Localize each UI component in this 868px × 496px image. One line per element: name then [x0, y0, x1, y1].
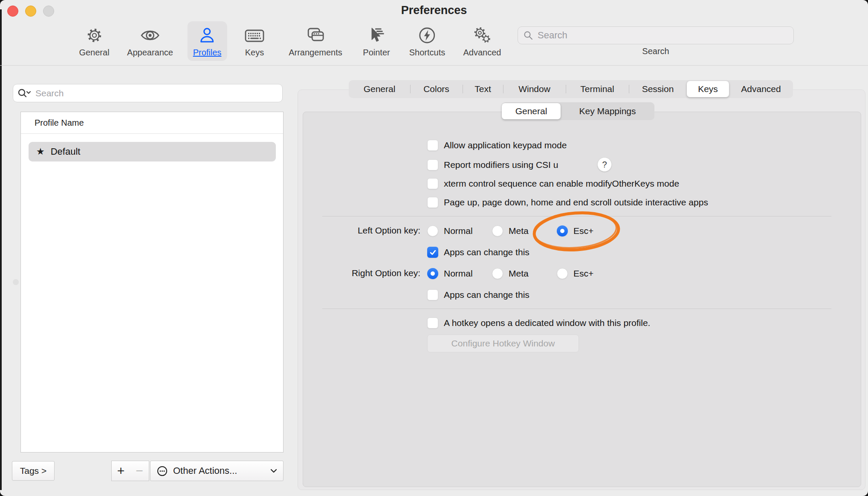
tab-advanced[interactable]: Advanced: [729, 80, 793, 98]
pane-splitter-handle[interactable]: [13, 279, 19, 285]
radio-label: Esc+: [573, 226, 593, 236]
tab-general[interactable]: General: [349, 80, 410, 98]
toolbar-label: Shortcuts: [409, 48, 445, 58]
toolbar-item-appearance[interactable]: Appearance: [122, 21, 179, 61]
toolbar-label: General: [79, 48, 109, 58]
tab-label: Colors: [423, 84, 449, 94]
search-icon: [523, 30, 533, 40]
toolbar-item-pointer[interactable]: Pointer: [357, 21, 395, 61]
checkbox-row-csi-u: Report modifiers using CSI u: [427, 159, 558, 170]
remove-profile-button[interactable]: −: [130, 461, 149, 481]
radio-button[interactable]: [492, 268, 503, 279]
toolbar-search-caption: Search: [518, 46, 794, 56]
tab-colors[interactable]: Colors: [410, 80, 463, 98]
tab-window[interactable]: Window: [503, 80, 566, 98]
radio-button[interactable]: [492, 225, 503, 236]
left-option-key-label: Left Option key:: [314, 225, 420, 236]
add-profile-button[interactable]: +: [111, 461, 130, 481]
tab-text[interactable]: Text: [463, 80, 503, 98]
toolbar-item-keys[interactable]: Keys: [237, 21, 272, 61]
tab-label: Window: [518, 84, 550, 94]
tags-button[interactable]: Tags >: [12, 461, 55, 481]
checkbox-label: Report modifiers using CSI u: [444, 160, 558, 170]
checkbox-label: Page up, page down, home and end scroll …: [444, 197, 708, 208]
search-menu-icon: [17, 88, 31, 99]
profile-search-input[interactable]: [35, 88, 278, 99]
tab-label: General: [364, 84, 396, 94]
toolbar-item-general[interactable]: General: [73, 21, 115, 61]
toolbar-label: Keys: [245, 48, 264, 58]
profile-list: Profile Name ★ Default: [20, 112, 284, 453]
radio-left-esc: Esc+: [557, 225, 593, 236]
radio-label: Meta: [509, 268, 529, 279]
tab-label: Text: [475, 84, 491, 94]
tab-keys[interactable]: Keys: [687, 81, 729, 97]
profile-name: Default: [51, 146, 81, 157]
profile-row-default[interactable]: ★ Default: [29, 142, 276, 161]
subtab-general[interactable]: General: [502, 103, 561, 119]
tab-terminal[interactable]: Terminal: [566, 80, 629, 98]
checkbox-label: xterm control sequence can enable modify…: [444, 179, 679, 189]
minus-icon: −: [136, 464, 143, 478]
tab-session[interactable]: Session: [629, 80, 687, 98]
checkbox-row-apps-change-right: Apps can change this: [427, 289, 529, 300]
checkbox-label: Apps can change this: [444, 290, 529, 300]
titlebar: Preferences: [0, 0, 868, 21]
checkbox-hotkey-window[interactable]: [427, 317, 438, 329]
subtab-key-mappings[interactable]: Key Mappings: [561, 102, 654, 120]
radio-button-selected[interactable]: [427, 268, 438, 279]
checkbox-label: A hotkey opens a dedicated window with t…: [444, 318, 650, 328]
toolbar-divider: [0, 65, 868, 66]
checkbox-page-scroll[interactable]: [427, 197, 438, 208]
window-left-edge: [0, 9, 2, 490]
other-actions-dropdown[interactable]: Other Actions...: [150, 461, 284, 481]
toolbar-label: Appearance: [127, 48, 173, 58]
star-icon: ★: [36, 146, 45, 157]
profile-tab-bar: General Colors Text Window Terminal Sess…: [349, 80, 793, 98]
keys-general-groupbox: Allow application keypad mode Report mod…: [303, 112, 861, 487]
toolbar-label: Arrangements: [289, 48, 342, 58]
checkbox-row-hotkey: A hotkey opens a dedicated window with t…: [427, 317, 650, 329]
toolbar-label: Advanced: [463, 48, 501, 58]
keyboard-icon: [243, 24, 266, 46]
other-actions-label: Other Actions...: [173, 465, 237, 476]
gears-icon: [471, 24, 493, 46]
eye-icon: [139, 24, 161, 46]
checkbox-allow-keypad[interactable]: [427, 140, 438, 151]
right-option-key-label: Right Option key:: [314, 268, 420, 278]
bolt-icon: [418, 24, 437, 46]
checkbox-apps-change-left[interactable]: [427, 247, 438, 258]
chevron-down-icon: [270, 469, 277, 473]
tab-label: Keys: [698, 84, 718, 94]
toolbar-search-field[interactable]: [518, 26, 794, 44]
plus-icon: +: [117, 464, 125, 478]
checkbox-apps-change-right[interactable]: [427, 289, 438, 300]
toolbar-item-arrangements[interactable]: Arrangements: [283, 21, 348, 61]
toolbar-item-profiles[interactable]: Profiles: [188, 21, 227, 61]
checkbox-modifyotherkeys[interactable]: [427, 178, 438, 189]
radio-right-normal: Normal: [427, 268, 473, 279]
cursor-icon: [367, 24, 386, 46]
divider: [322, 216, 831, 216]
toolbar-item-shortcuts[interactable]: Shortcuts: [404, 21, 451, 61]
profile-search-field[interactable]: [13, 84, 283, 102]
checkbox-row-modifyotherkeys: xterm control sequence can enable modify…: [427, 178, 679, 189]
checkbox-csi-u[interactable]: [427, 159, 438, 170]
radio-button[interactable]: [557, 268, 568, 279]
toolbar-item-advanced[interactable]: Advanced: [458, 21, 507, 61]
tags-button-label: Tags >: [20, 466, 46, 476]
tab-label: Session: [642, 84, 674, 94]
radio-right-meta: Meta: [492, 268, 529, 279]
profile-list-header: Profile Name: [35, 118, 84, 128]
checkbox-label: Apps can change this: [444, 247, 529, 257]
preferences-window: Preferences General Appearance Profiles …: [0, 0, 868, 496]
radio-button-selected[interactable]: [557, 225, 568, 236]
toolbar-search-input[interactable]: [537, 29, 788, 41]
keys-subtab-bar: General Key Mappings: [502, 102, 654, 120]
ellipsis-circle-icon: [156, 465, 168, 477]
button-label: Configure Hotkey Window: [451, 338, 555, 349]
help-button[interactable]: ?: [597, 157, 612, 172]
radio-button[interactable]: [427, 225, 438, 236]
checkbox-label: Allow application keypad mode: [444, 140, 567, 150]
checkbox-row-page-scroll: Page up, page down, home and end scroll …: [427, 197, 708, 208]
